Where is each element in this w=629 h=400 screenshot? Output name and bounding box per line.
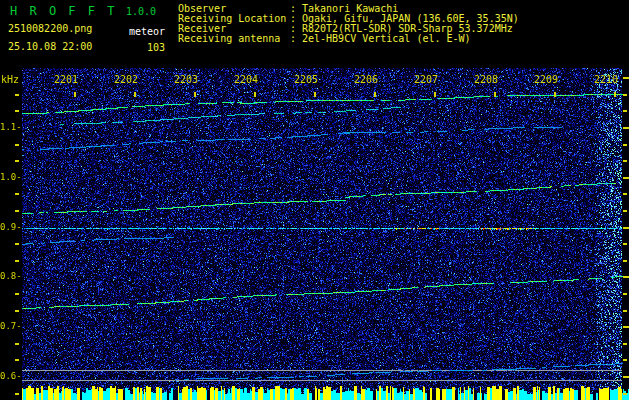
freq-tick-label: 0.6- [0, 371, 21, 381]
left-minor-tick [15, 359, 19, 361]
receiver-info-panel: Observer:Takanori KawachiReceiving Locat… [178, 4, 519, 44]
info-value: 2el-HB9CV Vertical (el. E-W) [302, 34, 471, 44]
output-filename: 2510082200.png [8, 23, 92, 34]
left-minor-tick [15, 310, 19, 312]
left-minor-tick [15, 160, 19, 162]
mode-label: meteor [120, 26, 165, 37]
left-minor-tick [15, 110, 19, 112]
freq-tick-label: 1.0- [0, 172, 21, 182]
info-row-3: Receiving antenna:2el-HB9CV Vertical (el… [178, 34, 519, 44]
left-minor-tick [15, 144, 19, 146]
app-version: 1.0.0 [126, 6, 156, 17]
freq-tick-label: 1.1- [0, 122, 21, 132]
hrofft-screen: H R O F F T 1.0.0 2510082200.png meteor … [0, 0, 629, 400]
left-minor-tick [15, 94, 19, 96]
app-title: H R O F F T [10, 4, 117, 18]
info-label: Receiving antenna [178, 34, 290, 44]
freq-axis-unit: kHz [1, 74, 19, 85]
datetime-label: 25.10.08 22:00 [8, 41, 92, 52]
left-minor-tick [15, 393, 19, 395]
freq-tick-label: 0.9- [0, 222, 21, 232]
spectrogram-canvas [22, 68, 629, 400]
freq-tick-label: 0.8- [0, 271, 21, 281]
freq-tick-label: 0.7- [0, 321, 21, 331]
info-colon: : [290, 34, 302, 44]
echo-count: 103 [120, 42, 165, 53]
left-minor-tick [15, 210, 19, 212]
left-minor-tick [15, 343, 19, 345]
left-minor-tick [15, 260, 19, 262]
left-minor-tick [15, 243, 19, 245]
left-minor-tick [15, 293, 19, 295]
left-minor-tick [15, 193, 19, 195]
